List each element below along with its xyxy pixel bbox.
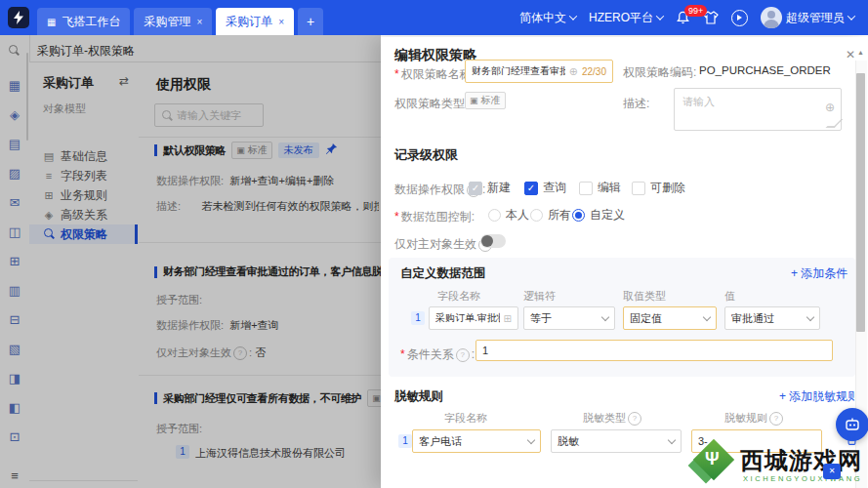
checkbox-deletable[interactable]: 可删除: [632, 179, 685, 196]
add-condition-link[interactable]: + 添加条件: [791, 265, 847, 282]
scroll-up-arrow[interactable]: ▲: [857, 49, 864, 56]
plus-icon: +: [307, 14, 314, 29]
notifications-button[interactable]: 99+: [676, 11, 690, 25]
col-header: 取值类型: [623, 289, 666, 304]
char-counter: 22/30: [582, 66, 606, 77]
chevron-down-icon: [656, 12, 664, 20]
select-value: 审批通过: [731, 311, 804, 326]
info-icon: ?: [456, 348, 470, 362]
label-text: 权限策略名称: [401, 67, 472, 81]
edit-policy-drawer: 编辑权限策略 ✕ *权限策略名称: 财务部门经理查看审批通过 ⊕ 22/30 权…: [381, 37, 868, 488]
scrollbar-thumb[interactable]: [856, 73, 865, 332]
platform-selector[interactable]: HZERO平台: [589, 10, 663, 26]
condition-field-input[interactable]: 采购订单.审批状态 ⊞: [429, 306, 518, 330]
user-menu[interactable]: 超级管理员: [761, 7, 854, 28]
chevron-down-icon: [806, 312, 814, 320]
checkbox-label: 可删除: [650, 181, 685, 194]
close-icon[interactable]: ×: [196, 17, 202, 27]
header-text: 脱敏规则: [724, 412, 767, 424]
radio-selected[interactable]: [572, 209, 585, 222]
col-header: 脱敏类型?: [583, 411, 643, 426]
close-icon[interactable]: ✕: [846, 48, 855, 61]
tab-workbench[interactable]: ▦ 飞搭工作台: [37, 8, 130, 35]
username-label: 超级管理员: [786, 10, 845, 26]
mask-type-select[interactable]: 脱敏: [551, 429, 682, 453]
desc-label: 描述:: [623, 96, 649, 112]
tab-label: 采购订单: [226, 14, 272, 30]
col-header: 字段名称: [437, 289, 480, 304]
section-title-masking: 脱敏规则: [394, 388, 443, 405]
overlay-mask: [0, 35, 381, 488]
globe-icon[interactable]: ⊕: [569, 65, 578, 78]
delete-row-button[interactable]: [846, 430, 858, 449]
col-header: 字段名称: [444, 411, 487, 426]
checkbox-unchecked[interactable]: [632, 182, 645, 195]
radio-all[interactable]: 所有: [530, 206, 571, 224]
tab-purchase-order[interactable]: 采购订单 ×: [216, 8, 294, 35]
scope-label: *数据范围控制:: [394, 207, 475, 225]
select-value: 客户电话: [419, 434, 524, 449]
radio-self[interactable]: 本人: [488, 206, 529, 224]
new-tab-button[interactable]: +: [298, 8, 323, 35]
required-star: *: [400, 347, 405, 361]
condition-index-badge: 1: [411, 311, 425, 325]
required-star: *: [394, 210, 399, 224]
type-badge: ▣标准: [465, 92, 506, 109]
field-picker-icon[interactable]: ⊞: [504, 313, 512, 324]
input-value: 财务部门经理查看审批通过: [472, 64, 565, 78]
operator-select[interactable]: 等于: [523, 306, 615, 330]
radio-unselected[interactable]: [488, 209, 501, 222]
radio-unselected[interactable]: [530, 209, 543, 222]
code-value: PO_PURCHASE_ORDER: [699, 64, 831, 76]
chevron-down-icon: [569, 12, 577, 20]
checkbox-label: 编辑: [598, 181, 621, 194]
badge-icon: ▣: [470, 96, 478, 105]
watermark-subtitle: XICHENGYOUXIWANG: [743, 474, 862, 483]
mask-field-select[interactable]: 客户电话: [412, 429, 541, 453]
language-selector[interactable]: 简体中文: [519, 10, 576, 26]
checkbox-checked-disabled[interactable]: ✓: [469, 182, 482, 195]
colon: :: [472, 210, 475, 224]
textarea-placeholder: 请输入: [682, 95, 715, 109]
description-textarea[interactable]: 请输入 ⊕: [674, 88, 842, 131]
checkbox-query[interactable]: ✓查询: [524, 179, 566, 196]
code-label: 权限策略编码:: [623, 64, 696, 81]
close-icon[interactable]: ×: [278, 17, 284, 27]
checkbox-create[interactable]: ✓新建: [469, 179, 511, 196]
col-header: 值: [724, 289, 735, 304]
policy-name-input[interactable]: 财务部门经理查看审批通过 ⊕ 22/30: [465, 60, 613, 83]
condition-value-select[interactable]: 审批通过: [724, 306, 820, 330]
radio-label: 自定义: [590, 208, 625, 222]
add-mask-rule-link[interactable]: + 添加脱敏规则: [779, 388, 859, 405]
avatar: [761, 7, 782, 28]
tab-purchase-mgmt[interactable]: 采购管理 ×: [134, 8, 212, 35]
top-bar: ▦ 飞搭工作台 采购管理 × 采购订单 × + 简体中文 HZERO平台: [0, 0, 868, 35]
radio-custom[interactable]: 自定义: [572, 206, 625, 224]
relation-label: *条件关系?:: [400, 345, 475, 363]
section-title-record: 记录级权限: [394, 146, 458, 164]
select-value: 脱敏: [558, 434, 665, 449]
label-text: 数据范围控制: [401, 210, 472, 224]
checkbox-checked[interactable]: ✓: [524, 182, 538, 195]
label-text: 数据操作权限: [394, 183, 465, 196]
checkbox-unchecked[interactable]: [579, 182, 593, 195]
help-video-button[interactable]: [731, 10, 748, 26]
app-logo-icon[interactable]: [8, 7, 29, 28]
chevron-down-icon: [601, 312, 609, 320]
mask-index-badge: 1: [398, 434, 412, 448]
resize-handle-icon[interactable]: [826, 119, 844, 128]
watermark-close-button[interactable]: ✕: [823, 464, 841, 479]
col-header: 脱敏规则?: [724, 411, 785, 426]
type-label: 权限策略类型:: [394, 96, 468, 112]
header-text: 脱敏类型: [583, 412, 626, 424]
relation-input[interactable]: 1: [475, 340, 833, 361]
checkbox-edit[interactable]: 编辑: [579, 179, 621, 196]
trash-icon: [846, 430, 858, 445]
main-only-toggle[interactable]: [480, 234, 506, 248]
input-value: 1: [482, 345, 826, 356]
globe-icon[interactable]: ⊕: [825, 101, 835, 114]
value-type-select[interactable]: 固定值: [623, 306, 717, 330]
tab-strip: ▦ 飞搭工作台 采购管理 × 采购订单 × +: [37, 0, 323, 35]
checkbox-label: 新建: [487, 181, 511, 194]
info-icon: ?: [769, 412, 783, 426]
